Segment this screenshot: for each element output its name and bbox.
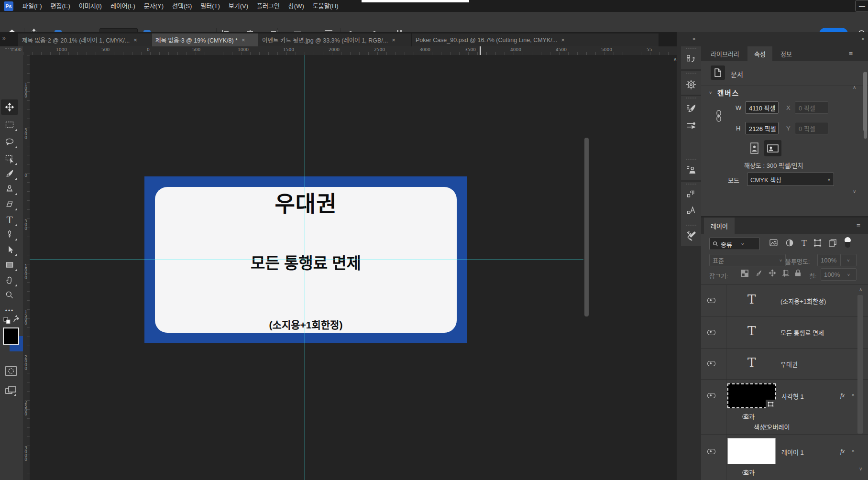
lock-pixels-icon[interactable] xyxy=(755,270,762,278)
close-icon[interactable]: × xyxy=(561,36,565,44)
expand-panels-icon[interactable]: » xyxy=(861,35,865,42)
doc-tab-event-card[interactable]: 이벤트 카드 뒷면.jpg @ 33.3% (레이어 1, RGB/... × xyxy=(258,33,411,46)
vertical-ruler[interactable]: 1000 500 0 500 1000 1500 2000 2500 3000 xyxy=(23,55,30,480)
menu-window[interactable]: 창(W) xyxy=(284,0,308,12)
tab-libraries[interactable]: 라이브러리 xyxy=(704,46,746,61)
y-field[interactable]: 0 픽셀 xyxy=(795,122,828,134)
filter-pixel-layers-icon[interactable] xyxy=(769,239,778,248)
close-icon[interactable]: × xyxy=(242,36,245,44)
lock-artboard-icon[interactable] xyxy=(782,270,790,278)
opacity-chevron[interactable]: ∨ xyxy=(840,254,857,266)
shape-layer-thumbnail[interactable] xyxy=(727,383,776,408)
quick-mask-icon[interactable] xyxy=(5,366,17,378)
doc-tab-poker-case[interactable]: Poker Case_90.psd @ 16.7% (Cutting Line,… xyxy=(412,33,659,46)
tab-info[interactable]: 정보 xyxy=(774,46,799,61)
text-layer-thumbnail[interactable]: T xyxy=(747,292,756,306)
dock-scrollbar-thumb[interactable] xyxy=(863,72,867,131)
layer-name[interactable]: (소지용+1회한정) xyxy=(780,296,826,305)
layer-filter-dropdown[interactable]: 종류 ∨ xyxy=(709,238,760,250)
menu-type[interactable]: 문자(Y) xyxy=(140,0,168,12)
panel-menu-icon[interactable]: ≡ xyxy=(857,222,860,229)
layer-row-shape[interactable]: 사각형 1 fx ∨ 효과 색상 오버레이 xyxy=(701,379,868,434)
menu-help[interactable]: 도움말(H) xyxy=(308,0,343,12)
width-field[interactable]: 4110 픽셀 xyxy=(745,101,779,114)
layer-name[interactable]: 우대권 xyxy=(780,360,798,369)
pen-tool[interactable] xyxy=(1,227,18,242)
character-panel-icon[interactable] xyxy=(681,203,701,219)
chevron-up-icon[interactable]: ∧ xyxy=(859,287,862,292)
filter-type-layers-icon[interactable]: T xyxy=(802,239,807,248)
lock-position-icon[interactable] xyxy=(769,269,776,278)
visibility-eye-icon[interactable] xyxy=(707,298,715,303)
canvas-scrollbar-thumb[interactable] xyxy=(584,138,589,316)
clone-stamp-tool[interactable] xyxy=(1,181,18,196)
vertical-guide[interactable] xyxy=(305,55,305,480)
visibility-eye-icon[interactable] xyxy=(707,449,715,454)
layer-name[interactable]: 레이어 1 xyxy=(781,447,804,457)
history-panel-icon[interactable] xyxy=(681,46,701,69)
filter-smart-objects-icon[interactable] xyxy=(829,239,836,248)
menu-edit[interactable]: 편집(E) xyxy=(46,0,75,12)
lasso-tool[interactable] xyxy=(1,134,18,150)
layer-name[interactable]: 모든 통행료 면제 xyxy=(780,328,824,337)
x-field[interactable]: 0 픽셀 xyxy=(795,101,828,114)
chevron-down-icon[interactable]: ∨ xyxy=(853,189,856,194)
menu-select[interactable]: 선택(S) xyxy=(168,0,196,12)
fx-badge[interactable]: fx xyxy=(840,447,845,455)
text-layer-thumbnail[interactable]: T xyxy=(747,324,756,338)
tools-panel-icon[interactable] xyxy=(681,223,701,246)
filter-toggle-icon[interactable] xyxy=(845,237,851,249)
visibility-eye-icon[interactable] xyxy=(707,393,715,398)
zoom-tool[interactable] xyxy=(1,287,18,303)
tab-overflow-icon[interactable]: » xyxy=(2,35,6,42)
navigator-wheel-panel-icon[interactable] xyxy=(681,71,701,95)
fill-chevron[interactable]: ∨ xyxy=(841,268,857,281)
edit-toolbar-icon[interactable]: ••• xyxy=(1,303,18,318)
close-icon[interactable]: × xyxy=(392,36,396,44)
brush-settings-panel-icon[interactable] xyxy=(681,100,701,118)
close-icon[interactable]: × xyxy=(133,36,137,44)
path-selection-tool[interactable] xyxy=(1,242,18,257)
text-layer-thumbnail[interactable]: T xyxy=(747,355,756,370)
visibility-eye-icon[interactable] xyxy=(707,330,715,335)
menu-filter[interactable]: 필터(T) xyxy=(196,0,224,12)
eraser-tool[interactable] xyxy=(1,196,18,212)
canvas-area[interactable]: 우대권 모든 통행료 면제 (소지용+1회한정) ∧ xyxy=(30,55,677,480)
menu-plugins[interactable]: 플러그인 xyxy=(253,0,284,12)
effects-label[interactable]: 효과 xyxy=(743,468,755,477)
visibility-eye-icon[interactable] xyxy=(707,361,715,366)
screen-mode-icon[interactable] xyxy=(5,385,17,397)
menu-image[interactable]: 이미지(I) xyxy=(75,0,106,12)
image-layer-thumbnail[interactable] xyxy=(727,438,776,464)
layer-row[interactable]: T (소지용+1회한정) xyxy=(701,284,868,316)
menu-layer[interactable]: 레이어(L) xyxy=(106,0,140,12)
menu-view[interactable]: 보기(V) xyxy=(224,0,253,12)
orientation-landscape-button[interactable] xyxy=(764,140,781,156)
blend-mode-dropdown[interactable]: 표준 ∨ xyxy=(709,254,786,266)
move-tool[interactable] xyxy=(1,99,18,115)
clone-source-panel-icon[interactable] xyxy=(681,157,701,180)
default-colors-icon[interactable] xyxy=(3,317,11,326)
color-overlay-label[interactable]: 색상 오버레이 xyxy=(754,422,790,431)
collapse-effects-icon[interactable]: ∨ xyxy=(851,449,855,453)
foreground-color-swatch[interactable] xyxy=(3,327,19,345)
swap-colors-icon[interactable] xyxy=(12,317,20,326)
tab-properties[interactable]: 속성 xyxy=(747,46,772,61)
chevron-down-icon[interactable]: ∨ xyxy=(709,90,712,94)
height-field[interactable]: 2126 픽셀 xyxy=(745,122,779,134)
layer-row[interactable]: T 모든 통행료 면제 xyxy=(701,316,868,348)
horizontal-ruler[interactable]: 1500 1000 500 0 500 1000 1500 2000 2500 … xyxy=(23,46,677,55)
layer-row[interactable]: T 우대권 xyxy=(701,348,868,379)
object-selection-tool[interactable] xyxy=(1,151,18,166)
tab-layers[interactable]: 레이어 xyxy=(704,218,735,234)
layer-row-image[interactable]: 레이어 1 fx ∨ 효과 xyxy=(701,435,868,480)
doc-tab-untitled-3-active[interactable]: 제목 없음-3 @ 19% (CMYK/8) * × xyxy=(152,33,258,46)
paragraph-panel-icon[interactable] xyxy=(681,186,701,203)
panel-menu-icon[interactable]: ≡ xyxy=(849,50,853,57)
lock-all-icon[interactable] xyxy=(795,269,801,278)
mode-dropdown[interactable]: CMYK 색상 ∨ xyxy=(747,173,834,186)
filter-adjustment-layers-icon[interactable] xyxy=(786,239,793,248)
chevron-up-icon[interactable]: ∧ xyxy=(853,85,856,90)
doc-tab-untitled-2[interactable]: 제목 없음-2 @ 20.1% (레이어 1, CMYK/... × xyxy=(18,33,151,46)
layer-name[interactable]: 사각형 1 xyxy=(781,392,804,401)
